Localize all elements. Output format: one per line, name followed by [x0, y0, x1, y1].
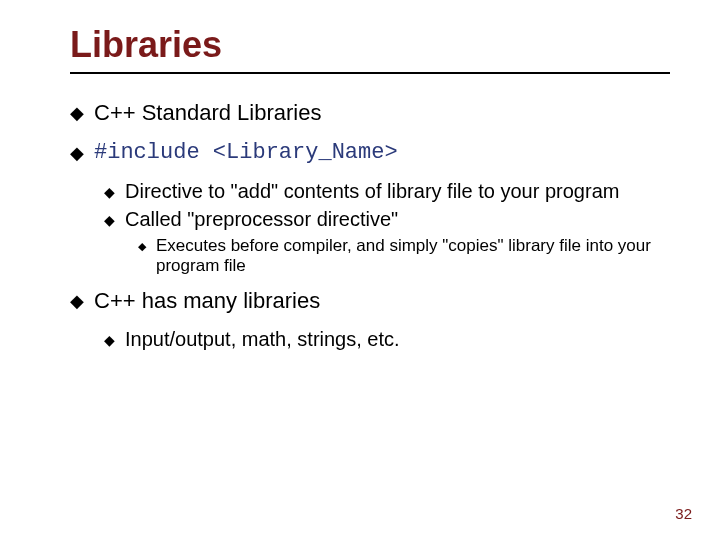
slide: Libraries ◆ C++ Standard Libraries ◆ #in…	[0, 0, 720, 540]
diamond-bullet-icon: ◆	[138, 236, 146, 257]
code-text: #include <Library_Name>	[94, 140, 670, 165]
diamond-bullet-icon: ◆	[104, 180, 115, 204]
bullet-level3: ◆ Executes before compiler, and simply "…	[138, 236, 670, 276]
bullet-text: C++ Standard Libraries	[94, 100, 670, 126]
title-underline	[70, 72, 670, 74]
bullet-level2: ◆ Input/output, math, strings, etc.	[104, 328, 670, 352]
bullet-text: C++ has many libraries	[94, 288, 670, 314]
diamond-bullet-icon: ◆	[70, 100, 84, 126]
bullet-text: Executes before compiler, and simply "co…	[156, 236, 670, 276]
bullet-level2: ◆ Called "preprocessor directive"	[104, 208, 670, 232]
bullet-level1: ◆ C++ Standard Libraries	[70, 100, 670, 126]
diamond-bullet-icon: ◆	[70, 288, 84, 314]
bullet-level1: ◆ C++ has many libraries	[70, 288, 670, 314]
diamond-bullet-icon: ◆	[104, 208, 115, 232]
slide-title: Libraries	[70, 24, 670, 66]
diamond-bullet-icon: ◆	[104, 328, 115, 352]
bullet-level2: ◆ Directive to "add" contents of library…	[104, 180, 670, 204]
page-number: 32	[675, 505, 692, 522]
bullet-level1: ◆ #include <Library_Name>	[70, 140, 670, 166]
bullet-text: Input/output, math, strings, etc.	[125, 328, 670, 351]
bullet-text: Called "preprocessor directive"	[125, 208, 670, 231]
bullet-text: Directive to "add" contents of library f…	[125, 180, 670, 203]
diamond-bullet-icon: ◆	[70, 140, 84, 166]
